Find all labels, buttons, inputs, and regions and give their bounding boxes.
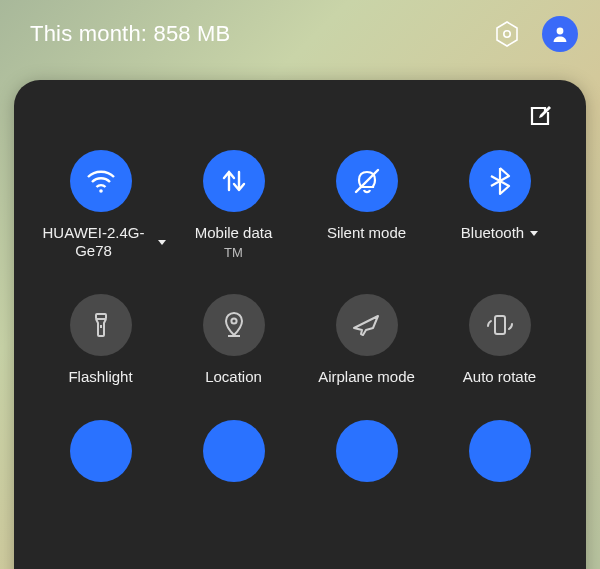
mobile-data-sublabel: TM	[224, 245, 243, 260]
tile-silent-mode: Silent mode	[300, 150, 433, 260]
chevron-down-icon	[158, 240, 166, 245]
svg-point-2	[557, 28, 564, 35]
tile-wifi: HUAWEI-2.4G-Ge78	[34, 150, 167, 260]
auto-rotate-label: Auto rotate	[463, 368, 536, 386]
tile-mobile-data: Mobile data TM	[167, 150, 300, 260]
chevron-down-icon	[530, 231, 538, 236]
person-icon	[550, 24, 570, 44]
flashlight-label: Flashlight	[68, 368, 132, 386]
edit-tiles-button[interactable]	[526, 102, 554, 130]
quick-settings-grid: HUAWEI-2.4G-Ge78 Mobile data TM	[34, 150, 566, 494]
bluetooth-icon	[483, 164, 517, 198]
silent-mode-label: Silent mode	[327, 224, 406, 242]
bluetooth-label-text: Bluetooth	[461, 224, 524, 242]
location-pin-icon	[218, 309, 250, 341]
panel-toolbar	[34, 98, 566, 150]
hexagon-settings-icon	[493, 20, 521, 48]
wifi-label[interactable]: HUAWEI-2.4G-Ge78	[36, 224, 166, 260]
airplane-mode-toggle[interactable]	[336, 294, 398, 356]
svg-rect-8	[495, 316, 505, 334]
bluetooth-label[interactable]: Bluetooth	[461, 224, 538, 242]
wifi-toggle[interactable]	[70, 150, 132, 212]
bell-off-icon	[350, 164, 384, 198]
location-toggle[interactable]	[203, 294, 265, 356]
tile-flashlight: Flashlight	[34, 294, 167, 386]
svg-marker-0	[497, 22, 517, 46]
status-bar: This month: 858 MB	[0, 0, 600, 68]
tile-bluetooth: Bluetooth	[433, 150, 566, 260]
row3-toggle-2[interactable]	[203, 420, 265, 482]
auto-rotate-toggle[interactable]	[469, 294, 531, 356]
airplane-mode-label: Airplane mode	[318, 368, 415, 386]
tile-auto-rotate: Auto rotate	[433, 294, 566, 386]
settings-hex-icon[interactable]	[492, 19, 522, 49]
tile-row3-4	[433, 420, 566, 494]
wifi-icon	[83, 163, 119, 199]
tile-row3-3	[300, 420, 433, 494]
airplane-icon	[350, 308, 384, 342]
tile-row3-2	[167, 420, 300, 494]
row3-toggle-4[interactable]	[469, 420, 531, 482]
svg-point-3	[99, 189, 103, 193]
svg-point-6	[231, 318, 236, 323]
row3-toggle-1[interactable]	[70, 420, 132, 482]
data-usage-title: This month: 858 MB	[30, 21, 492, 47]
wifi-label-text: HUAWEI-2.4G-Ge78	[36, 224, 152, 260]
bluetooth-toggle[interactable]	[469, 150, 531, 212]
profile-avatar-button[interactable]	[542, 16, 578, 52]
silent-mode-toggle[interactable]	[336, 150, 398, 212]
mobile-data-label: Mobile data	[195, 224, 273, 242]
quick-settings-panel: HUAWEI-2.4G-Ge78 Mobile data TM	[14, 80, 586, 569]
flashlight-toggle[interactable]	[70, 294, 132, 356]
tile-airplane-mode: Airplane mode	[300, 294, 433, 386]
location-label: Location	[205, 368, 262, 386]
svg-rect-4	[96, 314, 106, 319]
svg-point-1	[504, 31, 510, 37]
mobile-data-icon	[217, 164, 251, 198]
tile-row3-1	[34, 420, 167, 494]
row3-toggle-3[interactable]	[336, 420, 398, 482]
auto-rotate-icon	[483, 308, 517, 342]
tile-location: Location	[167, 294, 300, 386]
flashlight-icon	[85, 309, 117, 341]
mobile-data-toggle[interactable]	[203, 150, 265, 212]
edit-icon	[527, 103, 553, 129]
